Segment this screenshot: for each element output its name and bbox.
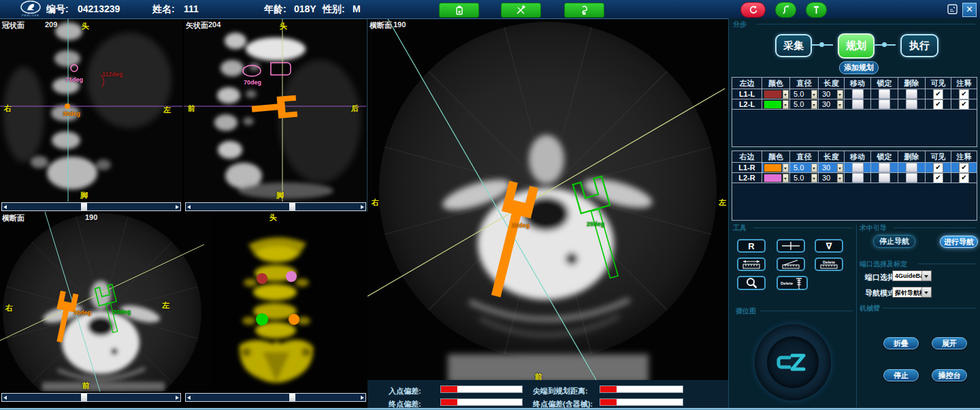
color-spinner[interactable] xyxy=(783,174,789,183)
spine-3d-model-view[interactable]: 头 xyxy=(211,212,368,392)
color-swatch[interactable] xyxy=(764,174,782,183)
scrollbar-thumb[interactable] xyxy=(81,203,87,210)
pointer-button[interactable]: ∇ xyxy=(815,239,843,253)
stop-navigation-button[interactable]: 停止导航 xyxy=(873,235,915,248)
note-checkbox[interactable]: ✔ xyxy=(959,99,969,110)
delete-button[interactable] xyxy=(906,99,917,109)
delete-ruler-button[interactable]: Delete xyxy=(815,257,843,271)
move-button[interactable] xyxy=(852,163,864,172)
nav-mode-dropdown[interactable]: 探针导航模式 xyxy=(892,287,932,298)
delete-button[interactable] xyxy=(906,163,917,172)
step-execute-button[interactable]: 执行 xyxy=(900,34,938,57)
note-checkbox[interactable]: ✔ xyxy=(959,89,969,99)
scroll-right-arrow[interactable] xyxy=(174,203,180,210)
table-row[interactable]: L2-L 5.0 30 ✔ ✔ xyxy=(732,99,977,110)
color-spinner[interactable] xyxy=(783,163,789,172)
scrollbar-track[interactable] xyxy=(192,394,359,401)
scrollbar-thumb[interactable] xyxy=(289,203,295,210)
restore-window-button[interactable] xyxy=(947,3,958,15)
scrollbar-track[interactable] xyxy=(8,394,174,401)
visible-checkbox[interactable]: ✔ xyxy=(933,89,943,99)
scroll-left-arrow[interactable] xyxy=(186,203,192,210)
reset-view-button[interactable]: R xyxy=(737,239,766,253)
lock-button[interactable] xyxy=(879,99,890,109)
scrollbar-track[interactable] xyxy=(192,203,359,210)
screw-name[interactable]: L2-L xyxy=(732,99,762,110)
scrollbar-thumb[interactable] xyxy=(81,394,87,401)
color-swatch[interactable] xyxy=(764,90,782,99)
note-checkbox[interactable]: ✔ xyxy=(959,163,969,173)
robot-control-knob[interactable] xyxy=(755,324,831,400)
diameter-spinner[interactable] xyxy=(811,174,817,183)
length-spinner[interactable] xyxy=(837,174,843,183)
scroll-left-arrow[interactable] xyxy=(186,394,192,401)
scrollbar-track[interactable] xyxy=(8,203,174,210)
lock-button[interactable] xyxy=(879,89,890,99)
delete-screw-button[interactable]: Delete xyxy=(777,276,808,290)
screw-name[interactable]: L2-R xyxy=(732,173,762,183)
color-spinner[interactable] xyxy=(783,90,789,99)
crosshair-button[interactable] xyxy=(777,239,805,253)
console-button[interactable]: 操控台 xyxy=(932,369,967,381)
length-spinner[interactable] xyxy=(837,100,843,109)
needle-calibration-button[interactable] xyxy=(501,3,541,18)
sagittal-slice-scrollbar[interactable] xyxy=(185,202,366,211)
scroll-left-arrow[interactable] xyxy=(2,203,8,210)
delete-button[interactable] xyxy=(906,89,917,99)
ruler-button[interactable] xyxy=(737,257,766,271)
length-spinner[interactable] xyxy=(837,163,843,172)
close-button[interactable]: ✕ xyxy=(962,3,977,17)
color-spinner[interactable] xyxy=(783,100,789,109)
add-plan-button[interactable]: 添加规划 xyxy=(839,61,879,74)
angle-ruler-button[interactable] xyxy=(777,257,805,271)
delete-button[interactable] xyxy=(906,173,917,183)
color-swatch[interactable] xyxy=(764,100,782,109)
coronal-slice-scrollbar[interactable] xyxy=(1,202,181,211)
stop-arm-button[interactable]: 停止 xyxy=(883,369,919,381)
scroll-right-arrow[interactable] xyxy=(174,394,180,401)
model-rotation-scrollbar[interactable] xyxy=(185,393,366,402)
step-collect-button[interactable]: 采集 xyxy=(775,34,812,57)
length-spinner[interactable] xyxy=(837,90,843,99)
fold-arm-button[interactable]: 折叠 xyxy=(883,337,919,349)
step-plan-button[interactable]: 规划 xyxy=(838,33,875,59)
visible-checkbox[interactable]: ✔ xyxy=(933,99,943,110)
axial-large-view[interactable]: 横断面 190 右 左 前 30deg 20deg xyxy=(368,19,728,380)
lock-button[interactable] xyxy=(879,163,890,172)
move-button[interactable] xyxy=(852,173,864,183)
visible-checkbox[interactable]: ✔ xyxy=(933,173,943,183)
screw-name[interactable]: L1-L xyxy=(732,89,762,99)
undo-button[interactable] xyxy=(740,2,766,18)
implant-tool-button[interactable] xyxy=(564,3,604,18)
scrollbar-thumb[interactable] xyxy=(289,394,295,401)
table-row-selected[interactable]: L1-R 5.0 30 ✔ ✔ xyxy=(732,163,977,173)
start-navigation-button[interactable]: 进行导航 xyxy=(940,236,978,248)
move-button[interactable] xyxy=(852,89,864,99)
table-row[interactable]: L2-R 5.0 30 ✔ ✔ xyxy=(732,173,977,183)
diameter-spinner[interactable] xyxy=(811,100,817,109)
patient-registration-button[interactable] xyxy=(439,3,479,18)
drill-button[interactable] xyxy=(806,2,827,18)
color-swatch[interactable] xyxy=(764,163,782,172)
move-button[interactable] xyxy=(852,99,864,109)
screw-name[interactable]: L1-R xyxy=(732,163,762,173)
scroll-right-arrow[interactable] xyxy=(359,203,365,210)
axial-slice-scrollbar[interactable] xyxy=(1,393,181,402)
sagittal-view[interactable]: 矢状面 204 头 前 后 脚 70deg xyxy=(184,19,366,202)
diameter-spinner[interactable] xyxy=(811,163,817,172)
lock-button[interactable] xyxy=(879,173,890,183)
dropdown-arrow-icon[interactable] xyxy=(921,271,931,281)
scroll-left-arrow[interactable] xyxy=(2,394,8,401)
zoom-button[interactable] xyxy=(737,276,766,290)
visible-checkbox[interactable]: ✔ xyxy=(933,163,943,173)
diameter-spinner[interactable] xyxy=(811,90,817,99)
table-row[interactable]: L1-L 5.0 30 ✔ ✔ xyxy=(732,89,977,99)
unfold-arm-button[interactable]: 展开 xyxy=(932,337,967,349)
probe-button[interactable] xyxy=(775,2,796,18)
scroll-right-arrow[interactable] xyxy=(359,394,365,401)
dropdown-arrow-icon[interactable] xyxy=(921,287,931,297)
axial-small-view[interactable]: 横断面 190 右 左 前 30deg 20deg xyxy=(0,212,211,392)
port-select-dropdown[interactable]: 4GuideBar xyxy=(892,270,932,281)
coronal-view[interactable]: 冠状面 209 头 右 左 脚 71deg 112deg 30deg xyxy=(0,19,182,202)
note-checkbox[interactable]: ✔ xyxy=(959,173,969,183)
